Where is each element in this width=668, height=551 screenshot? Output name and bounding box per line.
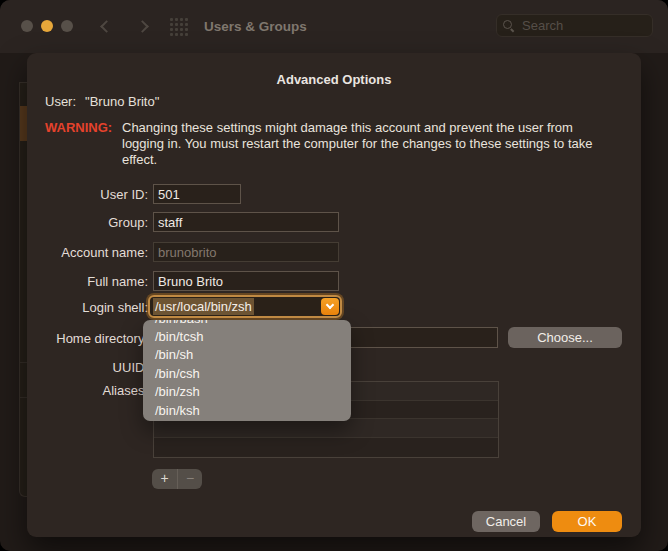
sheet-title: Advanced Options [27,72,641,87]
forward-icon[interactable] [136,20,149,33]
search-input[interactable] [520,17,646,34]
cancel-button[interactable]: Cancel [472,511,540,532]
dropdown-clipped-item-wrap: /bin/bash [143,320,351,328]
search-field[interactable] [496,14,653,37]
uuid-label: UUID: [27,360,148,375]
aliases-row [154,438,498,457]
aliases-row [154,419,498,438]
zoom-button[interactable] [61,20,73,32]
warning-label: WARNING: [45,120,112,135]
login-shell-label: Login shell: [27,300,148,315]
dropdown-item[interactable]: /bin/tcsh [143,328,351,346]
user-value: "Bruno Brito" [85,94,159,109]
user-id-field[interactable] [153,184,241,204]
user-label: User: [45,94,76,109]
choose-button[interactable]: Choose... [508,327,622,348]
add-alias-button[interactable]: + [152,469,177,489]
dropdown-item[interactable]: /bin/sh [143,346,351,364]
home-directory-label: Home directory: [27,331,148,346]
minimize-button[interactable] [41,20,53,32]
full-name-label: Full name: [27,274,148,289]
login-shell-dropdown-menu: /bin/bash /bin/tcsh /bin/sh /bin/csh /bi… [143,320,351,421]
warning-text: Changing these settings might damage thi… [122,120,616,168]
chevron-down-icon [326,301,334,309]
show-all-grid-icon[interactable] [170,18,188,36]
full-name-field[interactable] [153,271,339,291]
dropdown-item[interactable]: /bin/bash [143,320,351,328]
back-icon[interactable] [100,20,113,33]
aliases-add-remove-control: + − [152,469,202,489]
login-shell-combobox[interactable]: /usr/local/bin/zsh [148,295,342,318]
advanced-options-sheet: Advanced Options User:"Bruno Brito" WARN… [27,53,641,537]
account-name-label: Account name: [27,245,148,260]
users-groups-window: Users & Groups Advanced Options User:"Br… [0,0,668,551]
dropdown-item[interactable]: /bin/ksh [143,402,351,420]
window-title: Users & Groups [204,19,307,34]
account-name-field [153,242,339,262]
close-button[interactable] [21,20,33,32]
combo-dropdown-button[interactable] [321,298,339,315]
login-shell-value: /usr/local/bin/zsh [153,298,254,315]
titlebar: Users & Groups [0,0,668,53]
remove-alias-button[interactable]: − [177,469,202,489]
dropdown-item[interactable]: /bin/csh [143,365,351,383]
user-row: User:"Bruno Brito" [45,94,159,109]
ok-button[interactable]: OK [552,511,622,532]
user-id-label: User ID: [27,187,148,202]
aliases-label: Aliases: [27,383,148,398]
dropdown-item[interactable]: /bin/zsh [143,383,351,401]
search-icon [503,20,515,32]
group-label: Group: [27,215,148,230]
group-field[interactable] [153,212,339,232]
